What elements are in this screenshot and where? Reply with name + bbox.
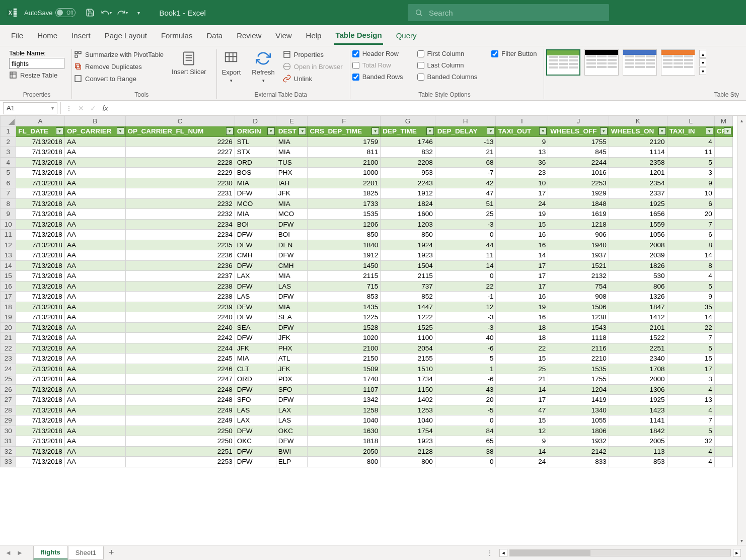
cell[interactable]: AA bbox=[64, 312, 125, 323]
cell[interactable]: 0 bbox=[435, 271, 496, 282]
cell[interactable]: 2253 bbox=[548, 178, 609, 188]
cell[interactable]: 737 bbox=[381, 281, 435, 292]
cell[interactable] bbox=[714, 209, 732, 220]
cell[interactable]: SFO bbox=[276, 384, 308, 395]
cell[interactable]: SEA bbox=[235, 322, 276, 333]
filter-button-checkbox[interactable]: Filter Button bbox=[491, 49, 537, 58]
cell[interactable] bbox=[714, 147, 732, 158]
cell[interactable]: 4 bbox=[667, 271, 714, 282]
row-header[interactable]: 17 bbox=[1, 292, 16, 302]
filter-dropdown-icon[interactable]: ▼ bbox=[706, 127, 713, 135]
filter-dropdown-icon[interactable]: ▼ bbox=[371, 127, 379, 135]
table-column-header[interactable]: ORIGIN▼ bbox=[235, 126, 276, 137]
filter-dropdown-icon[interactable]: ▼ bbox=[267, 127, 275, 135]
row-header[interactable]: 3 bbox=[1, 147, 16, 158]
cell[interactable]: 1848 bbox=[548, 198, 609, 209]
cell[interactable]: AA bbox=[64, 426, 125, 436]
cell[interactable]: AA bbox=[64, 354, 125, 364]
cell[interactable]: OKC bbox=[235, 436, 276, 447]
cell[interactable]: AA bbox=[64, 384, 125, 395]
ribbon-tab-page-layout[interactable]: Page Layout bbox=[104, 27, 148, 44]
cell[interactable]: 1510 bbox=[381, 364, 435, 374]
cell[interactable]: 12 bbox=[435, 302, 496, 312]
cell[interactable]: 14 bbox=[496, 384, 548, 395]
cell[interactable] bbox=[714, 240, 732, 250]
filter-dropdown-icon[interactable]: ▼ bbox=[426, 127, 434, 135]
cell[interactable]: 7/13/2018 bbox=[16, 230, 65, 240]
qat-customize-icon[interactable]: ▾ bbox=[133, 7, 144, 18]
cell[interactable]: 1225 bbox=[308, 312, 381, 323]
cell[interactable]: 14 bbox=[496, 250, 548, 261]
hscroll-left-icon[interactable]: ◄ bbox=[499, 549, 507, 557]
cell[interactable]: 10 bbox=[496, 178, 548, 188]
row-header[interactable]: 27 bbox=[1, 395, 16, 405]
cell[interactable]: 35 bbox=[667, 302, 714, 312]
cell[interactable]: 2245 bbox=[125, 354, 235, 364]
table-row[interactable]: 287/13/2018AA2249LASLAX12581253-54713401… bbox=[1, 405, 733, 415]
ribbon-tab-formulas[interactable]: Formulas bbox=[160, 27, 194, 44]
cell[interactable]: 2244 bbox=[125, 343, 235, 354]
table-row[interactable]: 47/13/2018AA2228ORDTUS210022086836224423… bbox=[1, 157, 733, 168]
cell[interactable]: LAX bbox=[276, 405, 308, 415]
table-row[interactable]: 147/13/2018AA2236DFWCMH14501504141715211… bbox=[1, 260, 733, 271]
table-row[interactable]: 327/13/2018AA2251DFWBWI20502128381421421… bbox=[1, 446, 733, 457]
cell[interactable]: 1203 bbox=[381, 219, 435, 230]
cell[interactable] bbox=[714, 198, 732, 209]
cell[interactable]: 7/13/2018 bbox=[16, 188, 65, 199]
cell[interactable]: ORD bbox=[235, 157, 276, 168]
cell[interactable]: 7/13/2018 bbox=[16, 219, 65, 230]
cell[interactable]: 1755 bbox=[548, 136, 609, 147]
cell[interactable]: 1435 bbox=[308, 302, 381, 312]
cell[interactable]: 7/13/2018 bbox=[16, 322, 65, 333]
cell[interactable]: CMH bbox=[235, 250, 276, 261]
cell[interactable] bbox=[714, 364, 732, 374]
search-box[interactable]: Search bbox=[408, 4, 609, 21]
cell[interactable]: 7/13/2018 bbox=[16, 446, 65, 457]
cell[interactable]: 1842 bbox=[609, 426, 667, 436]
cell[interactable]: 42 bbox=[435, 178, 496, 188]
cell[interactable]: 2155 bbox=[381, 354, 435, 364]
cell[interactable]: MCO bbox=[235, 198, 276, 209]
cell[interactable]: DFW bbox=[276, 395, 308, 405]
cell[interactable]: 7 bbox=[667, 333, 714, 343]
cell[interactable]: AA bbox=[64, 157, 125, 168]
cell[interactable]: 7/13/2018 bbox=[16, 271, 65, 282]
cell[interactable]: 25 bbox=[496, 364, 548, 374]
cell[interactable]: AA bbox=[64, 271, 125, 282]
column-header[interactable]: J bbox=[548, 116, 609, 126]
column-header[interactable]: E bbox=[276, 116, 308, 126]
cell[interactable]: AA bbox=[64, 343, 125, 354]
cell[interactable]: 17 bbox=[496, 271, 548, 282]
cell[interactable]: 7/13/2018 bbox=[16, 395, 65, 405]
column-header[interactable]: G bbox=[381, 116, 435, 126]
cell[interactable]: 2208 bbox=[381, 157, 435, 168]
cell[interactable]: AA bbox=[64, 333, 125, 343]
ribbon-tab-data[interactable]: Data bbox=[205, 27, 223, 44]
table-row[interactable]: 137/13/2018AA2236CMHDFW19121923111419372… bbox=[1, 250, 733, 261]
cell[interactable]: MIA bbox=[235, 178, 276, 188]
table-row[interactable]: 227/13/2018AA2244JFKPHX21002054-62221162… bbox=[1, 343, 733, 354]
cell[interactable]: MIA bbox=[276, 147, 308, 158]
cell[interactable]: 44 bbox=[435, 240, 496, 250]
cell[interactable]: LAS bbox=[276, 415, 308, 426]
cell[interactable]: 2251 bbox=[609, 343, 667, 354]
cell[interactable] bbox=[714, 395, 732, 405]
total-row-checkbox[interactable]: Total Row bbox=[352, 61, 403, 69]
cell[interactable]: 1912 bbox=[308, 250, 381, 261]
column-header[interactable]: M bbox=[714, 116, 732, 126]
cell[interactable]: MCO bbox=[276, 209, 308, 220]
cell[interactable]: 1535 bbox=[548, 364, 609, 374]
table-style-orange[interactable] bbox=[661, 49, 695, 76]
cell[interactable]: 7/13/2018 bbox=[16, 333, 65, 343]
last-column-checkbox[interactable]: Last Column bbox=[417, 61, 478, 69]
cell[interactable]: 2239 bbox=[125, 302, 235, 312]
cell[interactable]: AA bbox=[64, 446, 125, 457]
cell[interactable]: 1206 bbox=[308, 219, 381, 230]
cell[interactable]: 9 bbox=[667, 292, 714, 302]
column-header[interactable]: B bbox=[64, 116, 125, 126]
cell[interactable] bbox=[714, 343, 732, 354]
filter-dropdown-icon[interactable]: ▼ bbox=[299, 127, 306, 135]
cell[interactable]: 1450 bbox=[308, 260, 381, 271]
cell[interactable]: 1258 bbox=[308, 405, 381, 415]
cell[interactable]: 2234 bbox=[125, 219, 235, 230]
